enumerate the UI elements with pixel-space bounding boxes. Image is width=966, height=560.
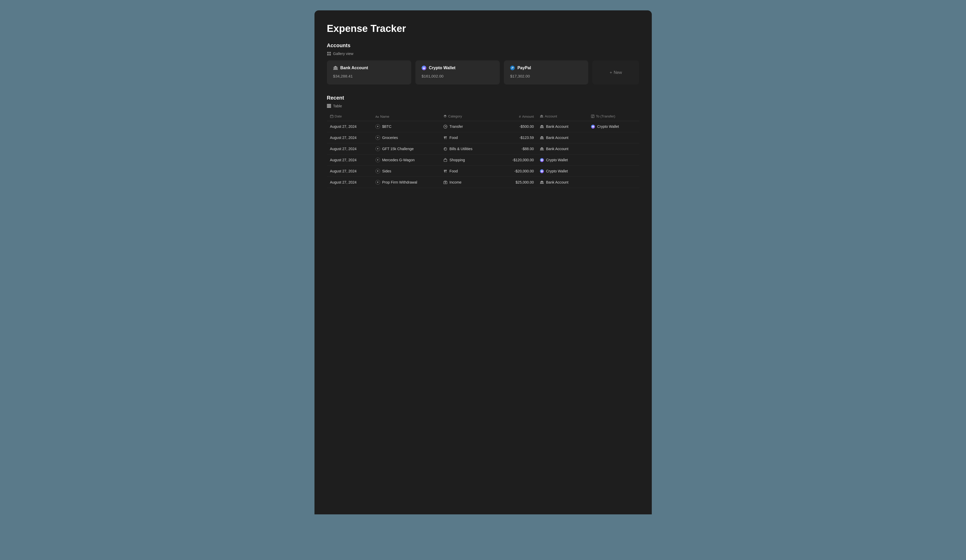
- cell-name: ▼ Prop Firm Withdrawal: [372, 177, 440, 188]
- page-title: Expense Tracker: [327, 23, 639, 34]
- cell-transfer: [588, 143, 639, 154]
- svg-marker-25: [540, 115, 543, 116]
- svg-rect-5: [334, 68, 335, 69]
- bank-col-icon: [540, 115, 543, 118]
- bank-account-balance: $34,288.41: [333, 74, 405, 78]
- svg-marker-53: [540, 147, 544, 148]
- account-card-paypal[interactable]: P PayPal $17,302.00: [504, 61, 588, 85]
- svg-rect-43: [542, 138, 543, 139]
- svg-rect-52: [543, 149, 544, 150]
- svg-rect-66: [540, 183, 544, 184]
- svg-rect-41: [541, 138, 542, 139]
- cell-date: August 27, 2024: [327, 154, 372, 166]
- svg-rect-21: [541, 116, 541, 117]
- new-account-card[interactable]: + New: [592, 61, 639, 85]
- cell-category: Transfer: [440, 121, 497, 132]
- transactions-table: Date Aa Name: [327, 112, 639, 188]
- svg-rect-10: [333, 69, 338, 70]
- transfer-col-icon: [591, 115, 595, 118]
- svg-rect-4: [334, 68, 334, 69]
- layers-icon: [444, 115, 447, 118]
- svg-rect-1: [329, 52, 331, 53]
- cell-name: ▼ Mercedes G-Wagon: [372, 154, 440, 166]
- cell-amount: -$500.00: [497, 121, 537, 132]
- gallery-view-toggle[interactable]: Gallery view: [327, 52, 639, 56]
- cell-name: ▼ Groceries: [372, 132, 440, 143]
- svg-rect-23: [542, 116, 542, 117]
- cell-amount: $25,000.00: [497, 177, 537, 188]
- cell-category: Bills & Utilities: [440, 143, 497, 154]
- table-view-toggle[interactable]: Table: [327, 104, 639, 108]
- svg-rect-63: [542, 182, 543, 183]
- svg-rect-42: [542, 138, 542, 139]
- accounts-grid: Bank Account $34,288.41 ◈ Crypto Wallet …: [327, 61, 639, 85]
- bank-icon: [333, 65, 338, 70]
- svg-rect-54: [540, 150, 544, 151]
- svg-rect-61: [541, 182, 542, 183]
- table-row[interactable]: August 27, 2024 ▼ $BTC Transfer -$500.00…: [327, 121, 639, 132]
- cell-amount: -$88.00: [497, 143, 537, 154]
- svg-rect-3: [329, 54, 331, 56]
- cell-transfer: [588, 132, 639, 143]
- table-row[interactable]: August 27, 2024 ▼ Groceries Food -$123.5…: [327, 132, 639, 143]
- account-card-paypal-header: P PayPal: [510, 65, 582, 70]
- table-row[interactable]: August 27, 2024 ▼ GFT 15k Challenge Bill…: [327, 143, 639, 154]
- cell-date: August 27, 2024: [327, 132, 372, 143]
- svg-rect-26: [540, 117, 543, 118]
- svg-rect-6: [335, 68, 336, 69]
- cell-amount: -$120,000.00: [497, 154, 537, 166]
- svg-rect-27: [591, 115, 594, 118]
- cell-transfer: [588, 177, 639, 188]
- new-label: New: [614, 70, 622, 75]
- col-header-amount: # Amount: [497, 112, 537, 121]
- svg-rect-33: [542, 126, 542, 128]
- svg-rect-58: [444, 181, 447, 183]
- svg-rect-13: [327, 106, 331, 107]
- svg-rect-55: [444, 159, 447, 161]
- svg-marker-9: [333, 66, 338, 67]
- cell-account: Bank Account: [537, 177, 588, 188]
- svg-rect-24: [543, 116, 543, 117]
- table-row[interactable]: August 27, 2024 ▼ Mercedes G-Wagon Shopp…: [327, 154, 639, 166]
- col-header-account: Account: [537, 112, 588, 121]
- cell-transfer: [588, 166, 639, 177]
- svg-marker-45: [540, 136, 544, 137]
- account-card-bank-header: Bank Account: [333, 65, 405, 70]
- cell-amount: -$20,000.00: [497, 166, 537, 177]
- svg-rect-62: [542, 182, 542, 183]
- svg-marker-65: [540, 180, 544, 182]
- accounts-section: Accounts Gallery view: [327, 43, 639, 85]
- svg-rect-49: [541, 149, 542, 150]
- cell-date: August 27, 2024: [327, 166, 372, 177]
- cell-date: August 27, 2024: [327, 121, 372, 132]
- plus-icon: +: [610, 70, 612, 75]
- table-row[interactable]: August 27, 2024 ▼ Prop Firm Withdrawal I…: [327, 177, 639, 188]
- cell-account: Bank Account: [537, 121, 588, 132]
- svg-marker-19: [444, 115, 447, 117]
- table-row[interactable]: August 27, 2024 ▼ Sides Food -$20,000.00…: [327, 166, 639, 177]
- col-header-name: Aa Name: [372, 112, 440, 121]
- svg-rect-7: [336, 68, 337, 69]
- bank-account-name: Bank Account: [340, 65, 368, 70]
- cell-account: ◈ Crypto Wallet: [537, 166, 588, 177]
- cell-transfer: [588, 154, 639, 166]
- paypal-account-name: PayPal: [518, 65, 531, 70]
- cell-category: Food: [440, 132, 497, 143]
- svg-rect-15: [330, 115, 333, 118]
- transactions-body: August 27, 2024 ▼ $BTC Transfer -$500.00…: [327, 121, 639, 188]
- accounts-heading: Accounts: [327, 43, 639, 49]
- cell-transfer: ◈Crypto Wallet: [588, 121, 639, 132]
- app-container: Expense Tracker Accounts Gallery view: [314, 10, 652, 514]
- svg-marker-36: [540, 125, 544, 126]
- account-card-crypto[interactable]: ◈ Crypto Wallet $161,002.00: [416, 61, 500, 85]
- svg-rect-37: [540, 128, 544, 128]
- col-header-transfer: To (Transfer): [588, 112, 639, 121]
- svg-rect-12: [327, 105, 331, 106]
- cell-name: ▼ Sides: [372, 166, 440, 177]
- account-card-bank[interactable]: Bank Account $34,288.41: [327, 61, 411, 85]
- svg-rect-60: [540, 182, 541, 183]
- svg-rect-40: [540, 138, 541, 139]
- cell-date: August 27, 2024: [327, 143, 372, 154]
- paypal-account-balance: $17,302.00: [510, 74, 582, 78]
- account-card-crypto-header: ◈ Crypto Wallet: [422, 65, 493, 70]
